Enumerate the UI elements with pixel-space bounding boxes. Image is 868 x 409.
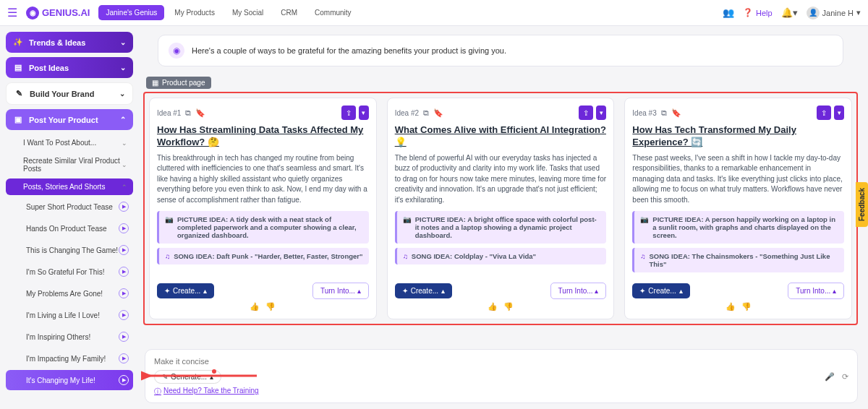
idea-card-1: Idea #1 ⧉ 🔖 ⇪ ▾ How Has Streamlining Dat… <box>149 98 377 319</box>
nav-my-products[interactable]: My Products <box>167 5 222 20</box>
play-icon[interactable]: ▶ <box>119 310 129 320</box>
leaf-impacting-family[interactable]: I'm Impacting My Family!▶ <box>6 348 133 369</box>
refresh-icon[interactable]: ⟳ <box>842 372 848 382</box>
turn-into-button[interactable]: Turn Into... ▴ <box>550 283 607 299</box>
idea-body: The blend of powerful AI with our everyd… <box>395 153 607 206</box>
hamburger-icon[interactable]: ☰ <box>7 6 22 20</box>
list-icon: ▤ <box>13 63 23 72</box>
idea-title[interactable]: What Comes Alive with Efficient AI Integ… <box>395 124 607 149</box>
sidebar-post-product[interactable]: ▣Post Your Product⌃ <box>6 109 133 130</box>
nav-primary[interactable]: Janine's Genius <box>98 5 164 20</box>
user-menu[interactable]: 👤 Janine H ▾ <box>807 7 861 20</box>
sub-posts-stories[interactable]: Posts, Stories And Shorts⌃ <box>6 178 133 195</box>
play-icon[interactable]: ▶ <box>119 223 129 233</box>
chevron-down-icon: ⌄ <box>120 38 126 46</box>
sidebar-trends[interactable]: ✨Trends & Ideas⌄ <box>6 32 133 53</box>
chevron-down-icon: ⌄ <box>120 64 126 72</box>
thumbs-up-icon[interactable]: 👍 <box>488 302 498 311</box>
camera-icon: 📷 <box>165 215 174 239</box>
share-button[interactable]: ⇪ <box>579 106 593 120</box>
copy-icon[interactable]: ⧉ <box>185 108 191 118</box>
idea-card-2: Idea #2 ⧉ 🔖 ⇪ ▾ What Comes Alive with Ef… <box>387 98 615 319</box>
leaf-life-i-love[interactable]: I'm Living a Life I Love!▶ <box>6 305 133 325</box>
create-button[interactable]: ✦ Create... ▴ <box>632 283 689 298</box>
idea-title[interactable]: How Has Streamlining Data Tasks Affected… <box>157 124 369 149</box>
logo-icon: ◉ <box>26 7 39 20</box>
thumbs-up-icon[interactable]: 👍 <box>726 302 736 311</box>
turn-into-button[interactable]: Turn Into... ▴ <box>788 283 844 299</box>
mic-icon[interactable]: 🎤 <box>825 372 835 382</box>
camera-icon: 📷 <box>403 215 412 239</box>
share-button[interactable]: ⇪ <box>817 106 831 120</box>
leaf-problems-gone[interactable]: My Problems Are Gone!▶ <box>6 283 133 303</box>
leaf-grateful[interactable]: I'm So Grateful For This!▶ <box>6 262 133 282</box>
idea-title[interactable]: How Has Tech Transformed My Daily Experi… <box>632 124 844 149</box>
page-tag[interactable]: ▦Product page <box>146 77 211 89</box>
leaf-inspiring-others[interactable]: I'm Inspiring Others!▶ <box>6 327 133 347</box>
prompt-banner: ◉ Here's a couple of ways to be grateful… <box>158 35 843 66</box>
copy-icon[interactable]: ⧉ <box>661 108 667 118</box>
picture-idea: 📷PICTURE IDEA: A bright office space wit… <box>395 211 607 244</box>
share-button[interactable]: ⇪ <box>341 106 356 120</box>
idea-body: This breakthrough in tech has changed my… <box>157 153 369 206</box>
help-button[interactable]: ❓Help <box>743 8 773 17</box>
generate-button[interactable]: ✎Generate... ▴ <box>154 370 221 384</box>
music-icon: ♫ <box>640 252 645 268</box>
turn-into-button[interactable]: Turn Into... ▴ <box>312 283 369 299</box>
wand-icon: ✎ <box>14 89 24 98</box>
play-icon[interactable]: ▶ <box>119 288 129 298</box>
sidebar-build-brand[interactable]: ✎Build Your Brand⌄ <box>6 82 133 105</box>
content: ◉ Here's a couple of ways to be grateful… <box>139 26 868 409</box>
avatar: 👤 <box>807 7 820 20</box>
nav-my-social[interactable]: My Social <box>225 5 271 20</box>
idea-label: Idea #2 <box>395 109 419 117</box>
picture-idea: 📷PICTURE IDEA: A person happily working … <box>632 211 844 244</box>
bookmark-icon[interactable]: 🔖 <box>671 108 681 118</box>
sidebar-post-ideas[interactable]: ▤Post Ideas⌄ <box>6 57 133 78</box>
topbar-right: 👥 ❓Help 🔔▾ 👤 Janine H ▾ <box>723 7 861 20</box>
picture-idea: 📷PICTURE IDEA: A tidy desk with a neat s… <box>157 211 369 244</box>
chevron-down-icon: ⌄ <box>122 161 127 168</box>
training-link[interactable]: ⓘNeed Help? Take the Training <box>154 387 259 397</box>
chevron-up-icon: ⌃ <box>120 116 126 124</box>
sidebar: ✨Trends & Ideas⌄ ▤Post Ideas⌄ ✎Build You… <box>0 26 139 409</box>
play-icon[interactable]: ▶ <box>119 245 129 255</box>
leaf-changing-game[interactable]: This is Changing The Game!▶ <box>6 240 133 260</box>
song-idea: ♫SONG IDEA: The Chainsmokers - "Somethin… <box>632 248 844 272</box>
play-icon[interactable]: ▶ <box>119 202 129 212</box>
nav-crm[interactable]: CRM <box>273 5 305 20</box>
play-icon[interactable]: ▶ <box>119 267 129 277</box>
sub-want-post-about[interactable]: I Want To Post About...⌄ <box>6 134 133 151</box>
share-more-button[interactable]: ▾ <box>834 106 844 120</box>
banner-text: Here's a couple of ways to be grateful f… <box>192 46 506 55</box>
create-button[interactable]: ✦ Create... ▴ <box>395 283 452 298</box>
composer-input[interactable] <box>154 357 848 366</box>
share-more-button[interactable]: ▾ <box>359 106 369 120</box>
copy-icon[interactable]: ⧉ <box>423 108 429 118</box>
ideas-frame: Idea #1 ⧉ 🔖 ⇪ ▾ How Has Streamlining Dat… <box>143 92 858 325</box>
bot-icon: ◉ <box>169 43 184 59</box>
leaf-super-short-tease[interactable]: Super Short Product Tease▶ <box>6 197 133 217</box>
bookmark-icon[interactable]: 🔖 <box>433 108 443 118</box>
create-button[interactable]: ✦ Create... ▴ <box>157 283 214 298</box>
logo[interactable]: ◉ GENIUS.AI <box>26 7 90 20</box>
leaf-hands-on-tease[interactable]: Hands On Product Tease▶ <box>6 218 133 238</box>
play-icon[interactable]: ▶ <box>119 332 129 342</box>
play-icon[interactable]: ▶ <box>119 353 129 363</box>
thumbs-down-icon[interactable]: 👎 <box>503 302 514 311</box>
leaf-changing-life[interactable]: It's Changing My Life!▶ <box>6 370 133 390</box>
sub-recreate-viral[interactable]: Recreate Similar Viral Product Posts⌄ <box>6 152 133 177</box>
song-idea: ♫SONG IDEA: Daft Punk - "Harder, Better,… <box>157 248 369 264</box>
thumbs-up-icon[interactable]: 👍 <box>250 302 260 311</box>
notifications-icon[interactable]: 🔔▾ <box>781 7 798 18</box>
share-more-button[interactable]: ▾ <box>596 106 606 120</box>
play-icon[interactable]: ▶ <box>119 375 129 385</box>
people-icon[interactable]: 👥 <box>723 7 734 18</box>
info-icon: ⓘ <box>154 387 161 397</box>
bookmark-icon[interactable]: 🔖 <box>195 108 205 118</box>
thumbs-down-icon[interactable]: 👎 <box>265 302 276 311</box>
nav-community[interactable]: Community <box>307 5 359 20</box>
feedback-tab[interactable]: Feedback <box>856 182 868 227</box>
thumbs-down-icon[interactable]: 👎 <box>741 302 752 311</box>
song-idea: ♫SONG IDEA: Coldplay - "Viva La Vida" <box>395 248 607 264</box>
